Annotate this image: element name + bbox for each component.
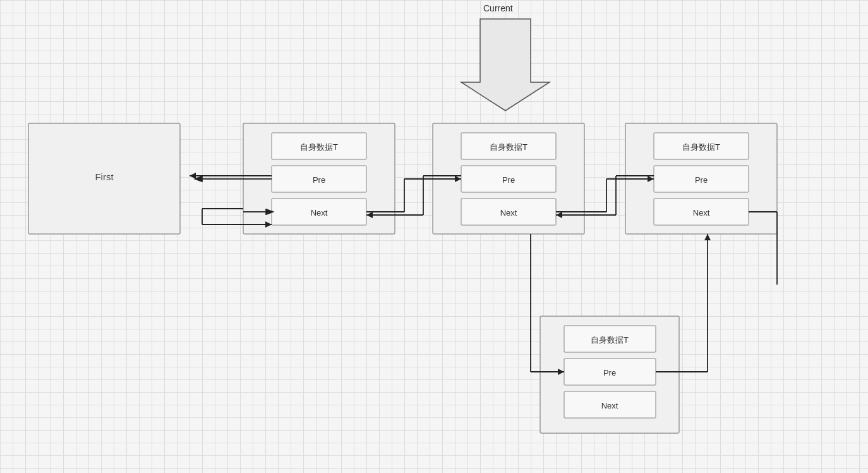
current-arrow — [461, 19, 550, 111]
node3-next-label: Next — [693, 208, 710, 218]
node2-data-label: 自身数据T — [490, 142, 527, 152]
node4-pre-to-node3-arrowhead — [704, 234, 711, 240]
node4-next-label: Next — [601, 401, 618, 410]
node1-pre-arrowhead — [190, 173, 196, 179]
current-label: Current — [483, 3, 513, 13]
diagram-canvas: Current First 自身数据T Pre Next 自身数据T Pre N… — [0, 0, 868, 473]
node3-pre-label: Pre — [695, 175, 708, 185]
node2-next-label: Next — [500, 208, 517, 218]
node2-pre-label: Pre — [502, 175, 515, 185]
node4-data-label: 自身数据T — [591, 335, 629, 345]
node4-pre-label: Pre — [603, 368, 616, 378]
node3-data-label: 自身数据T — [682, 142, 720, 152]
node1-next-label: Next — [311, 208, 328, 218]
first-label: First — [95, 171, 114, 182]
node1-pre-label: Pre — [313, 175, 325, 185]
node1-data-label: 自身数据T — [300, 142, 338, 152]
